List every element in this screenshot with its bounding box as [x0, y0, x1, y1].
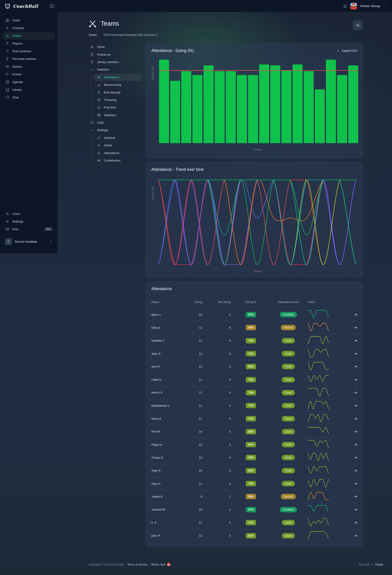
not-going-count: 5 [202, 417, 231, 420]
row-detail-arrow-icon[interactable] [353, 429, 358, 434]
bell-icon [97, 151, 101, 155]
table-row-yinthe-s: Yinthe S.9756%Normal [151, 490, 358, 503]
attendance-trend-panel: Attendance - Trend over time Going (%) M… [146, 162, 363, 278]
sidebar-item-coaches[interactable]: Coaches [3, 24, 55, 32]
trend-chart-ylabel: Going (%) [151, 186, 154, 200]
row-detail-arrow-icon[interactable] [353, 403, 358, 408]
people-icon [97, 75, 101, 79]
share-button[interactable] [353, 21, 363, 30]
subnav-item-settings[interactable]: Settings [89, 126, 144, 134]
subnav-item-statistics[interactable]: Statistics [89, 66, 144, 73]
row-detail-arrow-icon[interactable] [353, 390, 358, 395]
going-count: 13 [188, 365, 202, 368]
attendance-level-badge: Good [282, 351, 295, 356]
whats-new-link[interactable]: What's New [151, 563, 166, 566]
trend-line-series-5 [158, 180, 356, 265]
subnav-item-label: Attendance [104, 151, 119, 155]
row-detail-arrow-icon[interactable] [353, 416, 358, 421]
row-detail-arrow-icon[interactable] [353, 507, 358, 512]
attendance-level-badge: Normal [281, 325, 296, 330]
bar-chart-xlabel: Player [255, 148, 263, 151]
sidebar-item-events[interactable]: Events [3, 70, 55, 78]
subnav-item-statistics-throwing[interactable]: Throwing [91, 96, 144, 104]
bell-icon[interactable] [343, 4, 347, 8]
coach-icon [5, 26, 9, 30]
chevrons-updown-icon [49, 240, 53, 243]
row-detail-arrow-icon[interactable] [353, 494, 358, 499]
subnav-item-check-ins[interactable]: Check-ins [89, 50, 144, 58]
subnav-item-statistics-pop-time[interactable]: Pop time [91, 104, 144, 111]
player-icon [5, 42, 9, 45]
subnav-item-statistics-baserunning[interactable]: Baserunning [91, 81, 144, 89]
row-detail-arrow-icon[interactable] [353, 468, 358, 473]
sidebar-item-chat[interactable]: Chat [3, 94, 55, 101]
sidebar-bottom: UsersSettingsPlanPro T Test AV Honkbal [0, 210, 58, 247]
subnav-item-chat[interactable]: Chat [89, 119, 144, 126]
sidebar-collapse-icon[interactable] [49, 4, 54, 9]
user-name[interactable]: Reinier Sierag [360, 4, 380, 8]
not-going-count: 3 [202, 469, 231, 472]
export-csv-button[interactable]: Export CSV [337, 49, 357, 52]
subnav-item-show[interactable]: Show [89, 43, 144, 50]
book-icon [5, 88, 9, 92]
sidebar-item-agenda[interactable]: Agenda [3, 78, 55, 86]
row-detail-arrow-icon[interactable] [353, 520, 358, 525]
sidebar-item-teams[interactable]: Teams [3, 32, 55, 40]
table-row-nova-d: Nova d.12571%Good [151, 412, 358, 425]
subnav-item-settings-general[interactable]: General [91, 134, 144, 142]
terms-of-service-link[interactable]: Terms of Service [127, 563, 147, 566]
bar-ir-k [337, 75, 347, 143]
avatar[interactable] [350, 3, 357, 10]
sidebar-item-clubs[interactable]: Clubs [3, 16, 55, 24]
team-avatar: T [5, 238, 12, 245]
row-detail-arrow-icon[interactable] [353, 351, 358, 356]
chevron-down-icon[interactable] [383, 4, 386, 8]
subnav-item-statistics-attendance[interactable]: Attendance [94, 73, 142, 81]
going-pct-badge: 65% [246, 325, 256, 330]
sidebar-item-library[interactable]: Library [3, 86, 55, 94]
row-detail-arrow-icon[interactable] [353, 338, 358, 343]
bar-jorn-p [203, 65, 214, 143]
bar-prof-r [348, 65, 358, 143]
page-title: Teams [101, 20, 119, 27]
subnav-item-jersey-numbers[interactable]: Jersey numbers [89, 58, 144, 66]
sidebar-item-plan[interactable]: PlanPro [3, 225, 55, 233]
sidebar-item-settings[interactable]: Settings [3, 217, 55, 225]
row-detail-arrow-icon[interactable] [353, 533, 358, 538]
subnav-item-label: Game [104, 144, 112, 147]
brand-logo[interactable]: CoachBall [4, 3, 38, 10]
sidebar-item-label: Events [12, 72, 22, 76]
subnav-item-statistics-statistics[interactable]: Statistics [91, 111, 144, 119]
table-row-tristan-s: Tristan S.13476%Good [151, 451, 358, 464]
sidebar-item-label: Team practice [12, 49, 31, 53]
sidebar-item-games[interactable]: Games [3, 63, 55, 70]
breadcrumb-root[interactable]: Teams [89, 33, 97, 37]
row-detail-arrow-icon[interactable] [353, 325, 358, 330]
subnav-item-label: Statistics [104, 113, 116, 117]
sidebar-item-players[interactable]: Players [3, 40, 55, 47]
attendance-going-panel: Attendance - Going (%) Export CSV Going … [146, 43, 363, 158]
trend-line-series-1 [158, 180, 356, 265]
going-pct-badge: 71% [246, 403, 256, 408]
sidebar-item-personal-workout[interactable]: Personal workout [3, 55, 55, 63]
subnav-item-settings-game[interactable]: Game [91, 142, 144, 149]
sidebar-item-users[interactable]: Users [3, 210, 55, 217]
trend-sparkline [307, 440, 329, 449]
row-detail-arrow-icon[interactable] [353, 364, 358, 369]
player-name: Jake S. [151, 352, 188, 356]
sidebar-item-label: Agenda [12, 80, 23, 84]
credit-card-icon [5, 227, 9, 231]
subnav-item-statistics-exit-velocity[interactable]: Exit Velocity [91, 89, 144, 96]
builder-link[interactable]: Kobalt [375, 563, 383, 566]
going-count: 12 [188, 391, 202, 394]
sidebar-item-team-practice[interactable]: Team practice [3, 47, 55, 55]
team-switcher[interactable]: T Test AV Honkbal [3, 237, 55, 246]
row-detail-arrow-icon[interactable] [353, 377, 358, 382]
row-detail-arrow-icon[interactable] [353, 481, 358, 486]
row-detail-arrow-icon[interactable] [353, 455, 358, 460]
subnav-item-settings-contribution[interactable]: Contribution [91, 157, 144, 164]
row-detail-arrow-icon[interactable] [353, 312, 358, 317]
subnav-item-settings-attendance[interactable]: Attendance [91, 149, 144, 157]
calendar-icon [5, 80, 9, 84]
row-detail-arrow-icon[interactable] [353, 442, 358, 447]
